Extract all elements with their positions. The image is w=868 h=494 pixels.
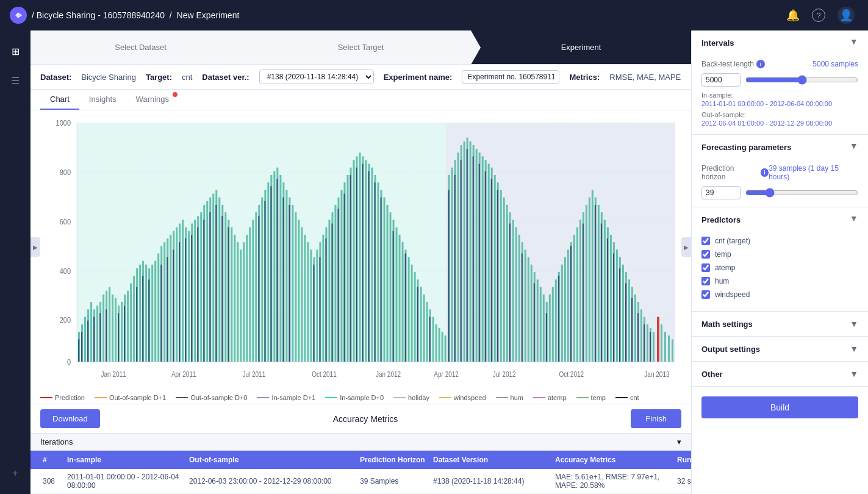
left-expand-handle[interactable]: ▶ [30, 237, 40, 257]
col-out-of-sample: Out-of-sample [187, 454, 357, 465]
svg-rect-244 [350, 175, 351, 362]
finish-button[interactable]: Finish [631, 409, 681, 428]
svg-rect-158 [515, 227, 517, 362]
dataset-ver-label: Dataset ver.: [202, 73, 249, 82]
legend-oos-d0-label: Out-of-sample D+0 [190, 394, 247, 401]
svg-rect-253 [429, 317, 431, 362]
svg-rect-228 [209, 212, 210, 362]
notifications-button[interactable]: 🔔 [783, 9, 803, 22]
back-test-input[interactable] [701, 73, 741, 87]
svg-rect-83 [285, 190, 287, 362]
svg-rect-207 [668, 335, 670, 362]
iterations-chevron: ▾ [677, 437, 681, 446]
svg-rect-127 [420, 287, 422, 362]
config-bar: Dataset: Bicycle Sharing Target: cnt Dat… [30, 65, 691, 90]
step-experiment[interactable]: Experiment [471, 30, 691, 64]
svg-rect-251 [405, 254, 406, 362]
in-sample-label: In-sample: [701, 91, 858, 99]
build-button[interactable]: Build [701, 396, 858, 418]
right-collapse-handle[interactable]: ▶ [681, 237, 691, 257]
svg-rect-90 [307, 242, 309, 362]
output-settings-header[interactable]: Output settings ▼ [692, 337, 868, 361]
user-menu-button[interactable]: 👤 [834, 7, 858, 24]
prediction-horizon-value: 39 samples (1 day 15 hours) [769, 164, 858, 181]
back-test-info[interactable]: i [756, 60, 765, 68]
intervals-header[interactable]: Intervals ▲ [692, 30, 868, 55]
intervals-chevron: ▲ [850, 38, 858, 48]
legend-holiday-label: holiday [408, 394, 429, 401]
sidebar-item-list[interactable]: ☰ [4, 70, 26, 91]
svg-rect-229 [215, 205, 217, 362]
back-test-slider[interactable] [745, 75, 858, 85]
svg-rect-245 [356, 168, 357, 362]
logo [10, 7, 27, 24]
breadcrumb: / Bicycle Sharing - 1605788940240 / New … [32, 10, 239, 20]
svg-rect-31 [127, 291, 129, 362]
svg-rect-72 [252, 220, 254, 362]
predictor-cnt-label: cnt (target) [715, 237, 750, 245]
other-chevron: ▼ [850, 369, 858, 379]
predictor-windspeed-checkbox[interactable] [701, 290, 710, 299]
svg-rect-71 [249, 227, 251, 362]
tab-warnings[interactable]: Warnings [126, 90, 179, 110]
math-settings-header[interactable]: Math settings ▼ [692, 312, 868, 336]
legend-windspeed-label: windspeed [454, 394, 486, 401]
svg-rect-191 [616, 249, 618, 362]
col-prediction-horizon: Prediction Horizon [357, 454, 431, 465]
tab-insights[interactable]: Insights [79, 90, 126, 110]
legend-temp: temp [576, 394, 606, 401]
iterations-toggle[interactable]: Iterations ▾ [30, 434, 691, 451]
predictors-header[interactable]: Predictors ▲ [692, 207, 868, 232]
legend-holiday-line [393, 397, 406, 398]
svg-rect-119 [396, 227, 398, 362]
legend-oos-d1: Out-of-sample D+1 [95, 394, 166, 401]
sidebar-item-add[interactable]: + [4, 462, 26, 484]
prediction-horizon-info[interactable]: i [761, 168, 769, 177]
legend-windspeed: windspeed [439, 394, 486, 401]
svg-rect-37 [145, 265, 147, 362]
math-settings-title: Math settings [701, 320, 753, 329]
chart-legend: Prediction Out-of-sample D+1 Out-of-samp… [30, 392, 691, 404]
predictor-temp-checkbox[interactable] [701, 250, 710, 259]
step-select-dataset[interactable]: Select Dataset [30, 30, 251, 64]
predictor-atemp-checkbox[interactable] [701, 263, 710, 272]
svg-rect-246 [362, 164, 364, 362]
svg-rect-153 [500, 190, 502, 362]
svg-rect-61 [218, 198, 220, 362]
legend-prediction: Prediction [40, 394, 85, 401]
download-button[interactable]: Download [40, 409, 100, 428]
predictor-hum-checkbox[interactable] [701, 277, 710, 285]
in-sample-value: 2011-01-01 00:00:00 - 2012-06-04 00:00:0… [701, 100, 858, 107]
sidebar-item-grid[interactable]: ⊞ [4, 40, 26, 62]
svg-rect-242 [337, 209, 339, 362]
step-select-target[interactable]: Select Target [251, 30, 471, 64]
legend-hum: hum [496, 394, 523, 401]
svg-rect-105 [353, 160, 354, 362]
svg-rect-210 [81, 332, 82, 362]
left-sidebar: ⊞ ☰ + [0, 30, 30, 494]
help-button[interactable]: ? [808, 9, 829, 23]
svg-rect-241 [331, 224, 332, 362]
svg-rect-201 [647, 324, 648, 362]
target-value: cnt [182, 73, 192, 82]
svg-rect-141 [464, 141, 465, 362]
svg-rect-250 [393, 231, 394, 362]
svg-text:Apr 2011: Apr 2011 [171, 370, 196, 378]
svg-rect-220 [160, 265, 162, 362]
forecasting-title: Forecasting parameters [701, 143, 791, 152]
tab-chart[interactable]: Chart [40, 90, 79, 110]
legend-insample-d1-label: In-sample D+1 [271, 394, 315, 401]
svg-rect-47 [176, 227, 178, 362]
svg-rect-68 [240, 249, 242, 362]
svg-rect-57 [206, 201, 208, 362]
other-header[interactable]: Other ▼ [692, 362, 868, 386]
prediction-horizon-input[interactable] [701, 186, 741, 199]
svg-rect-267 [558, 276, 559, 362]
predictor-cnt-checkbox[interactable] [701, 237, 710, 245]
forecasting-header[interactable]: Forecasting parameters ▲ [692, 135, 868, 159]
svg-rect-154 [503, 198, 505, 362]
svg-text:Jan 2012: Jan 2012 [376, 370, 401, 378]
experiment-name-input[interactable] [462, 70, 559, 84]
dataset-ver-select[interactable]: #138 (2020-11-18 14:28:44) [259, 70, 374, 84]
prediction-horizon-slider[interactable] [745, 188, 858, 198]
